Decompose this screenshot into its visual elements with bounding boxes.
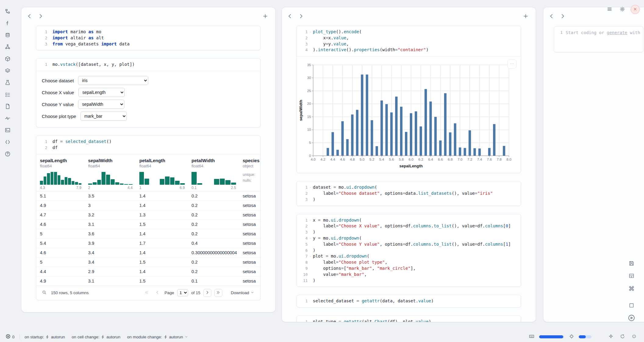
code-line[interactable]: 1dataset = mo.ui.dropdown( (297, 184, 518, 191)
code-line[interactable]: 3 y=y.value, (297, 41, 518, 47)
code-line[interactable]: 1import marimo as mo (36, 29, 257, 35)
column-scroll-left-button[interactable] (285, 12, 295, 21)
on-cell-change-setting[interactable]: on cell change:autorun (70, 333, 122, 340)
table-row[interactable]: 4.73.21.30.2setosa (36, 210, 260, 219)
code-cell-xy-plot-dropdowns[interactable]: 1x = mo.ui.dropdown(2 label="Choose X va… (296, 214, 521, 287)
code-cell-imports[interactable]: 1import marimo as mo2import altair as al… (36, 26, 261, 50)
y-value-select[interactable]: sepalWidth (78, 100, 124, 109)
column-header-sepalLength[interactable]: sepalLengthfloat644.37.9 (36, 154, 84, 191)
snippets-icon[interactable] (4, 138, 12, 146)
column-scroll-right-button[interactable] (296, 12, 306, 21)
code-line[interactable]: 10 value="mark_bar", (297, 272, 518, 278)
code-editor-placeholder[interactable]: Start coding or generate with AI (566, 30, 641, 48)
logs-icon[interactable] (4, 126, 12, 134)
shutdown-close-button[interactable] (631, 5, 640, 14)
code-line[interactable]: 4).interactive().properties(width="conta… (297, 47, 518, 53)
table-row[interactable]: 4.931.40.2setosa (36, 201, 260, 210)
first-page-button[interactable] (142, 289, 150, 297)
fold-toggle[interactable] (308, 184, 313, 191)
settings-button[interactable] (618, 5, 627, 14)
table-row[interactable]: 5.13.51.40.2setosa (36, 191, 260, 201)
add-cell-button[interactable] (261, 12, 270, 21)
dependency-graph-icon[interactable] (4, 43, 12, 51)
table-row[interactable]: 4.63.11.50.2setosa (36, 219, 260, 229)
on-startup-setting[interactable]: on startup:autorun (23, 333, 67, 340)
outline-icon[interactable] (4, 67, 12, 75)
code-line[interactable]: 8 label="Choose plot type", (297, 259, 518, 265)
vegalite-chart[interactable]: 4.04.24.44.64.85.05.25.45.65.86.06.26.46… (299, 61, 518, 171)
table-row[interactable]: 53.41.50.2setosa (36, 257, 260, 267)
command-palette-button[interactable]: ⌘ (626, 283, 637, 294)
column-header-petalWidth[interactable]: petalWidthfloat640.12.5 (188, 154, 239, 191)
packages-icon[interactable] (4, 55, 12, 63)
column-scroll-right-button[interactable] (36, 12, 45, 21)
documentation-icon[interactable] (4, 102, 12, 110)
table-row[interactable]: 5.43.91.70.4setosa (36, 238, 260, 248)
scratchpad-toggle-button[interactable] (626, 301, 637, 311)
code-cell-vstack[interactable]: 1mo.vstack([dataset, x, y, plot]) Choose… (36, 58, 261, 127)
column-header-sepalWidth[interactable]: sepalWidthfloat6424.4 (84, 154, 136, 191)
keyboard-shortcuts-button[interactable] (528, 333, 535, 341)
plot-type-select[interactable]: mark_bar (80, 112, 127, 121)
fold-toggle[interactable] (308, 217, 313, 223)
code-line[interactable]: 2import altair as alt (36, 35, 257, 41)
layout-toggle-button[interactable] (626, 271, 637, 281)
next-page-button[interactable] (203, 289, 211, 297)
table-row[interactable]: 4.63.41.40.30000000000000004setosa (36, 248, 260, 257)
code-line[interactable]: 1plot_type = getattr(alt.Chart(df), plot… (297, 319, 518, 322)
cpu-usage-bar[interactable] (579, 335, 592, 338)
code-line[interactable]: 7plot = mo.ui.dropdown( (297, 253, 518, 259)
code-line[interactable]: 1mo.vstack([dataset, x, y, plot]) (36, 62, 257, 68)
code-line[interactable]: 9 options=["mark_bar", "mark_circle"], (297, 265, 518, 272)
column-scroll-left-button[interactable] (547, 12, 556, 21)
fold-toggle[interactable] (308, 235, 313, 241)
code-line[interactable]: 2 x=x.value, (297, 35, 518, 41)
add-cell-button[interactable] (521, 12, 530, 21)
error-indicator[interactable]: 0 (4, 333, 16, 340)
download-button[interactable]: Download (229, 290, 256, 296)
code-line[interactable]: 1x = mo.ui.dropdown( (297, 217, 518, 223)
code-line[interactable]: 1df = selected_dataset() (36, 139, 257, 145)
generate-with-ai-link[interactable]: generate (607, 30, 627, 35)
save-notebook-button[interactable] (626, 258, 637, 269)
on-module-change-setting[interactable]: on module change:autorun (125, 333, 190, 340)
column-scroll-left-button[interactable] (25, 12, 34, 21)
last-page-button[interactable] (214, 289, 222, 297)
code-line[interactable]: 5 label="Choose Y value", options=df.col… (297, 241, 518, 248)
fold-toggle[interactable] (308, 253, 313, 259)
code-line[interactable]: 1plot_type().encode( (297, 29, 518, 35)
column-header-species[interactable]: speciesobjectunique:nulls: (239, 154, 260, 191)
memory-usage-bar[interactable] (539, 335, 564, 338)
table-row[interactable]: 53.61.40.2setosa (36, 229, 260, 238)
notebook-menu-button[interactable] (605, 5, 614, 14)
code-line[interactable]: 4y = mo.ui.dropdown( (297, 235, 518, 241)
code-cell-plot[interactable]: 1plot_type().encode(2 x=x.value,3 y=y.va… (296, 26, 521, 173)
restart-kernel-button[interactable] (618, 333, 626, 341)
code-line[interactable]: 3) (297, 229, 518, 235)
tracing-icon[interactable] (4, 114, 12, 122)
file-explorer-icon[interactable] (4, 7, 12, 15)
code-line[interactable]: 3) (297, 197, 518, 203)
code-line[interactable]: 1selected_dataset = getattr(data, datase… (297, 298, 518, 304)
page-select[interactable]: 1 (177, 289, 188, 296)
table-row[interactable]: 4.42.91.40.2setosa (36, 267, 260, 276)
machine-stats-button[interactable] (568, 333, 575, 340)
data-sources-icon[interactable] (4, 31, 12, 39)
previous-page-button[interactable] (153, 289, 161, 297)
code-line[interactable]: 6) (297, 248, 518, 254)
column-header-petalLength[interactable]: petalLengthfloat6416.9 (136, 154, 188, 191)
tasks-icon[interactable] (4, 91, 12, 98)
dataset-select[interactable]: iris (78, 76, 148, 85)
variables-icon[interactable] (4, 19, 12, 27)
code-cell-plot-type[interactable]: 1plot_type = getattr(alt.Chart(df), plot… (296, 315, 521, 322)
ai-assistant-button[interactable] (607, 333, 615, 341)
table-search-button[interactable] (41, 289, 48, 297)
chart-options-button[interactable] (507, 59, 517, 69)
code-cell-dataset-dropdown[interactable]: 1dataset = mo.ui.dropdown(2 label="Choos… (296, 181, 521, 206)
code-line[interactable]: 2 label="Choose dataset", options=data.l… (297, 191, 518, 197)
empty-code-cell[interactable]: 1 Start coding or generate with AI (554, 26, 643, 52)
code-cell-selected-dataset[interactable]: 1selected_dataset = getattr(data, datase… (296, 295, 521, 308)
help-icon[interactable] (4, 150, 12, 158)
table-row[interactable]: 4.93.11.50.1setosa (36, 276, 260, 286)
code-line[interactable]: 2df (36, 145, 257, 151)
